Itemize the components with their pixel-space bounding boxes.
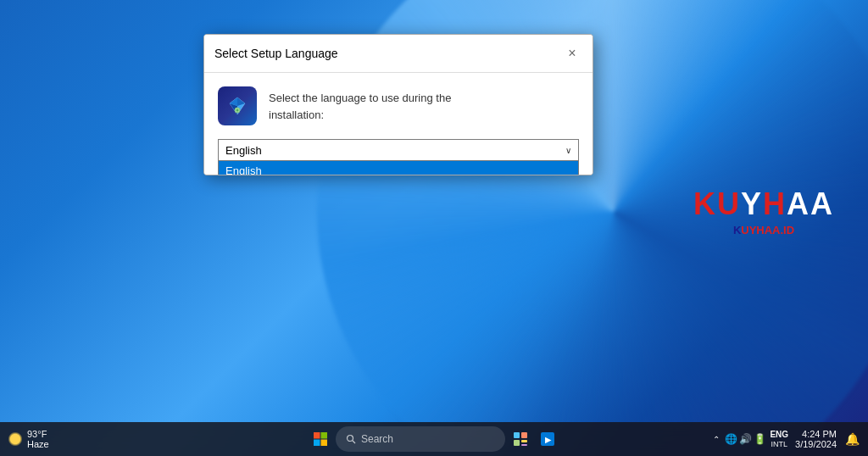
dialog-overlay: Select Setup Language ×: [0, 0, 868, 422]
app-icon-background: [218, 86, 257, 125]
widgets-icon: [512, 431, 529, 448]
dialog-body: Select the language to use during theins…: [204, 73, 593, 175]
network-icon: 🌐: [725, 433, 737, 445]
search-label: Search: [361, 433, 393, 445]
svg-rect-6: [314, 432, 320, 439]
svg-rect-7: [321, 432, 328, 439]
svg-text:▶: ▶: [545, 436, 552, 444]
dialog-header: Select the language to use during theins…: [218, 86, 579, 125]
app-icon: [218, 86, 257, 125]
search-bar[interactable]: Search: [336, 426, 505, 452]
svg-point-5: [236, 109, 239, 112]
clock-time: 4:24 PM: [795, 429, 837, 439]
weather-icon: [7, 431, 24, 448]
dropdown-arrow-icon: ∨: [565, 146, 571, 155]
svg-rect-9: [321, 440, 328, 447]
language-option-english[interactable]: English: [219, 161, 578, 175]
close-button[interactable]: ×: [562, 43, 582, 64]
taskbar-right: ⌃ 🌐 🔊 🔋 ENG INTL 4:24 PM 3/19/2024 🔔: [711, 429, 861, 449]
dialog-titlebar: Select Setup Language ×: [204, 35, 593, 73]
tray-status-icons[interactable]: 🌐 🔊 🔋: [725, 433, 766, 445]
windows-logo-icon: [313, 431, 328, 447]
svg-point-10: [348, 436, 353, 442]
battery-icon: 🔋: [754, 433, 766, 445]
gem-icon: [226, 95, 248, 117]
language-indicator[interactable]: ENG INTL: [770, 430, 788, 449]
dialog-title: Select Setup Language: [214, 47, 338, 60]
search-icon: [346, 434, 356, 444]
weather-info: 93°F Haze: [27, 429, 49, 449]
svg-rect-16: [521, 444, 527, 446]
taskbar-widgets-icon[interactable]: [509, 427, 532, 451]
weather-desc: Haze: [27, 439, 49, 449]
language-select-container: English ∨ English Español Français Indon…: [218, 139, 579, 161]
taskbar-center: Search ▶: [309, 426, 559, 452]
system-clock[interactable]: 4:24 PM 3/19/2024: [792, 429, 840, 449]
weather-widget[interactable]: 93°F Haze: [7, 429, 49, 449]
chevron-up-icon[interactable]: ⌃: [711, 433, 721, 446]
selected-language-label: English: [225, 144, 262, 157]
svg-rect-8: [314, 440, 320, 447]
language-select-display[interactable]: English ∨: [218, 139, 579, 161]
system-tray-icons: ⌃: [711, 433, 721, 446]
svg-line-11: [353, 441, 355, 443]
svg-rect-12: [514, 432, 520, 438]
lang-sub: INTL: [771, 440, 787, 449]
notification-icon[interactable]: 🔔: [843, 431, 861, 448]
start-button[interactable]: [309, 427, 332, 451]
svg-rect-13: [521, 432, 527, 438]
dialog-description: Select the language to use during theins…: [269, 86, 451, 123]
svg-rect-14: [514, 440, 520, 446]
speaker-icon: 🔊: [739, 433, 752, 445]
taskbar: 93°F Haze Search: [0, 422, 868, 456]
taskbar-left: 93°F Haze: [7, 429, 49, 449]
weather-temp: 93°F: [27, 429, 49, 439]
clock-date: 3/19/2024: [795, 439, 837, 449]
lang-code: ENG: [770, 430, 788, 440]
select-language-dialog: Select Setup Language ×: [203, 34, 593, 175]
store-icon: ▶: [539, 431, 556, 448]
taskbar-store-icon[interactable]: ▶: [536, 427, 559, 451]
language-dropdown-list[interactable]: English Español Français Indonesian Ital…: [218, 161, 579, 175]
svg-rect-15: [521, 440, 527, 442]
